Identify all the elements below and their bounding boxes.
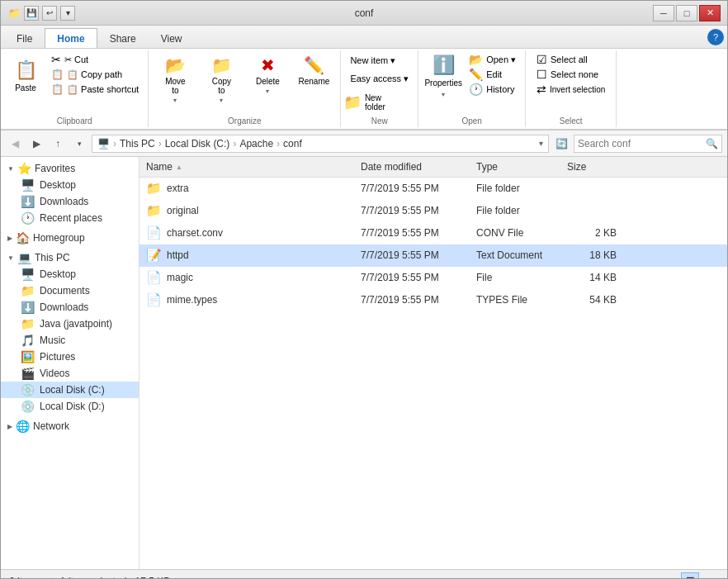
path-apache[interactable]: Apache <box>239 138 273 149</box>
ribbon: 📋 Paste ✂ ✂ Cut 📋 📋 Copy path 📋 📋 Paste … <box>1 49 727 131</box>
delete-button[interactable]: ✖ Delete ▾ <box>246 52 289 100</box>
tab-view[interactable]: View <box>149 28 195 48</box>
paste-button[interactable]: 📋 Paste <box>6 52 45 100</box>
maximize-button[interactable]: □ <box>676 5 697 21</box>
local-disk-d-label: Local Disk (D:) <box>40 401 105 412</box>
large-icons-view-button[interactable]: ⊞ <box>701 572 719 580</box>
recent-locations-button[interactable]: ▾ <box>70 135 88 153</box>
paste-shortcut-icon: 📋 <box>51 83 64 95</box>
homegroup-header[interactable]: ▶ 🏠 Homegroup <box>1 230 139 246</box>
file-icon-magic: 📄 <box>146 270 162 285</box>
help-button[interactable]: ? <box>707 29 724 45</box>
path-computer-icon[interactable]: 🖥️ <box>97 138 110 149</box>
paste-shortcut-button[interactable]: 📋 📋 Paste shortcut <box>47 82 143 97</box>
select-none-button[interactable]: ☐ Select none <box>532 67 609 82</box>
rename-button[interactable]: ✏️ Rename <box>292 52 335 100</box>
col-header-name[interactable]: Name ▲ <box>139 159 354 174</box>
downloads-fav-icon: ⬇️ <box>21 195 35 208</box>
selection-info: 1 item selected <box>60 576 127 580</box>
path-sep-2: › <box>158 138 162 149</box>
forward-button[interactable]: ▶ <box>27 135 45 153</box>
col-header-size[interactable]: Size <box>560 159 626 174</box>
sidebar-item-local-disk-d[interactable]: 💿 Local Disk (D:) <box>1 398 139 415</box>
tab-share[interactable]: Share <box>97 28 149 48</box>
col-type-label: Type <box>476 161 498 173</box>
sidebar-item-downloads-pc[interactable]: ⬇️ Downloads <box>1 299 139 316</box>
sidebar-item-downloads-fav[interactable]: ⬇️ Downloads <box>1 193 139 210</box>
copy-to-label: Copyto <box>212 77 231 95</box>
organize-label: Organize <box>228 115 262 126</box>
file-row-extra[interactable]: 📁 extra 7/7/2019 5:55 PM File folder <box>139 178 727 200</box>
sidebar-item-music[interactable]: 🎵 Music <box>1 332 139 349</box>
thispc-header[interactable]: ▼ 💻 This PC <box>1 249 139 266</box>
network-label: Network <box>33 420 69 432</box>
sidebar-item-pictures[interactable]: 🖼️ Pictures <box>1 349 139 365</box>
invert-selection-button[interactable]: ⇄ Invert selection <box>532 82 609 97</box>
cut-button[interactable]: ✂ ✂ Cut <box>47 52 143 67</box>
file-row-mime[interactable]: 📄 mime.types 7/7/2019 5:55 PM TYPES File… <box>139 289 727 311</box>
details-view-button[interactable]: ☰ <box>681 572 699 580</box>
select-content: ☑ Select all ☐ Select none ⇄ Invert sele… <box>532 52 609 115</box>
network-header[interactable]: ▶ 🌐 Network <box>1 418 139 434</box>
favorites-header[interactable]: ▼ ⭐ Favorites <box>1 160 139 177</box>
properties-icon: ℹ️ <box>433 55 455 76</box>
select-col: ☑ Select all ☐ Select none ⇄ Invert sele… <box>532 52 609 97</box>
file-icon-httpd: 📝 <box>146 248 162 263</box>
file-row-charset[interactable]: 📄 charset.conv 7/7/2019 5:55 PM CONV Fil… <box>139 222 727 244</box>
new-folder-button[interactable]: 📁 Newfolder <box>346 90 382 115</box>
main-area: ▼ ⭐ Favorites 🖥️ Desktop ⬇️ Downloads 🕐 … <box>1 157 727 569</box>
sidebar-item-local-disk-c[interactable]: 💿 Local Disk (C:) <box>1 382 139 398</box>
search-input[interactable] <box>578 138 706 149</box>
copy-path-button[interactable]: 📋 📋 Copy path <box>47 67 143 82</box>
file-row-magic[interactable]: 📄 magic 7/7/2019 5:55 PM File 14 KB <box>139 267 727 289</box>
path-conf[interactable]: conf <box>283 138 302 149</box>
cut-icon: ✂ <box>51 53 61 66</box>
close-button[interactable]: ✕ <box>699 5 721 21</box>
col-header-date[interactable]: Date modified <box>354 159 470 174</box>
sidebar-item-videos[interactable]: 🎬 Videos <box>1 365 139 382</box>
file-name-magic-text: magic <box>167 272 193 283</box>
search-box[interactable]: 🔍 <box>574 135 722 153</box>
select-all-button[interactable]: ☑ Select all <box>532 52 609 67</box>
sidebar-item-java[interactable]: 📁 Java (javatpoint) <box>1 316 139 332</box>
path-localdisk[interactable]: Local Disk (C:) <box>165 138 230 149</box>
sidebar-item-recent-places[interactable]: 🕐 Recent places <box>1 210 139 226</box>
file-date-extra: 7/7/2019 5:55 PM <box>354 181 470 196</box>
clipboard-col: ✂ ✂ Cut 📋 📋 Copy path 📋 📋 Paste shortcut <box>47 52 143 97</box>
up-button[interactable]: ↑ <box>49 135 67 153</box>
tab-home[interactable]: Home <box>45 28 97 48</box>
tab-file[interactable]: File <box>4 28 45 48</box>
address-path[interactable]: 🖥️ › This PC › Local Disk (C:) › Apache … <box>92 135 549 153</box>
sidebar-item-documents[interactable]: 📁 Documents <box>1 282 139 299</box>
open-button[interactable]: 📂 Open ▾ <box>465 52 520 67</box>
col-header-type[interactable]: Type <box>470 159 560 174</box>
quick-undo-btn[interactable]: ↩ <box>42 6 57 21</box>
file-date-httpd: 7/7/2019 5:55 PM <box>354 248 470 263</box>
clipboard-group: 📋 Paste ✂ ✂ Cut 📋 📋 Copy path 📋 📋 Paste … <box>1 50 149 127</box>
file-row-original[interactable]: 📁 original 7/7/2019 5:55 PM File folder <box>139 200 727 222</box>
easy-access-button[interactable]: Easy access ▾ <box>346 70 413 87</box>
back-button[interactable]: ◀ <box>6 135 24 153</box>
path-thispc[interactable]: This PC <box>120 138 155 149</box>
properties-button[interactable]: ℹ️ Properties ▾ <box>423 52 463 100</box>
sidebar-item-desktop-pc[interactable]: 🖥️ Desktop <box>1 266 139 282</box>
pictures-label: Pictures <box>40 351 75 363</box>
file-size-magic: 14 KB <box>560 270 626 285</box>
file-row-httpd[interactable]: 📝 httpd 7/7/2019 5:55 PM Text Document 1… <box>139 244 727 267</box>
refresh-button[interactable]: 🔄 <box>552 135 570 153</box>
file-icon-charset: 📄 <box>146 225 162 240</box>
quick-menu-btn[interactable]: ▾ <box>60 6 75 21</box>
move-to-button[interactable]: 📂 Moveto ▾ <box>154 52 196 100</box>
history-button[interactable]: 🕐 History <box>465 82 520 97</box>
quick-save-btn[interactable]: 💾 <box>24 6 39 21</box>
copy-to-button[interactable]: 📁 Copyto ▾ <box>200 52 243 100</box>
new-item-button[interactable]: New item ▾ <box>346 52 399 69</box>
minimize-button[interactable]: ─ <box>653 5 674 21</box>
desktop-fav-icon: 🖥️ <box>21 178 35 192</box>
edit-button[interactable]: ✏️ Edit <box>465 67 520 82</box>
sidebar-item-desktop-fav[interactable]: 🖥️ Desktop <box>1 177 139 193</box>
open-group: ℹ️ Properties ▾ 📂 Open ▾ ✏️ Edit 🕐 Histo… <box>418 50 526 127</box>
homegroup-icon: 🏠 <box>16 231 30 244</box>
path-dropdown[interactable]: ▾ <box>539 139 543 148</box>
history-icon: 🕐 <box>469 83 483 96</box>
